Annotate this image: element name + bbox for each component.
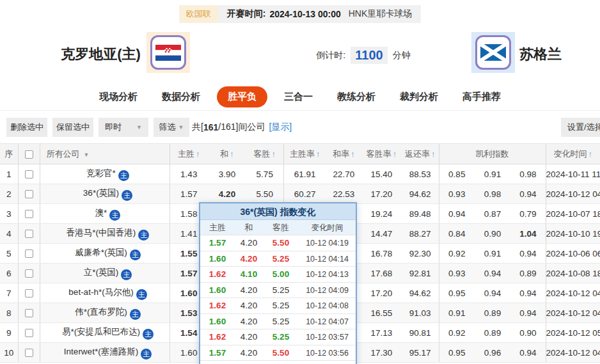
sort-up-icon[interactable]: ↑ (351, 149, 355, 159)
chevron-down-icon[interactable]: ▼ (84, 152, 90, 158)
kelly-cell: 0.79 (510, 204, 546, 224)
popup-row: 1.604.205.2510-12 04:09 (200, 283, 356, 299)
odds-draw-cell[interactable]: 3.90 (208, 164, 246, 184)
popup-odds-value: 5.25 (263, 314, 299, 329)
header-draw-rate[interactable]: 和率↑ (326, 144, 361, 164)
header-company[interactable]: 所有公司▼ (40, 144, 170, 164)
kelly-cell: 0.94 (510, 184, 546, 204)
settings-button[interactable]: 设置/选择 (561, 118, 600, 137)
kelly-cell: 0.90 (475, 224, 510, 244)
company-cell[interactable]: 36*(英国)主 (40, 184, 170, 204)
row-seq: 10 (0, 343, 18, 363)
company-cell[interactable]: 立*(英国)主 (40, 264, 170, 283)
row-select (18, 264, 40, 283)
header-payout-rate[interactable]: 返还率↑ (402, 144, 439, 164)
row-select (18, 164, 40, 184)
company-cell[interactable]: 易*(安提瓜和巴布达)主 (40, 323, 170, 343)
sort-up-icon[interactable]: ↑ (272, 149, 276, 159)
delete-selected-button[interactable]: 删除选中 (6, 118, 47, 137)
company-cell[interactable]: Interwet*(塞浦路斯)主 (40, 343, 170, 363)
row-checkbox[interactable] (25, 230, 33, 238)
popup-odds-value: 1.57 (200, 235, 235, 251)
header-change-time[interactable]: 变化时间↑ (546, 144, 600, 164)
kelly-cell: 0.94 (439, 204, 475, 224)
tab-3[interactable]: 三合一 (276, 86, 320, 107)
header-home-rate[interactable]: 主胜率↑ (283, 144, 326, 164)
header-home-odds[interactable]: 主胜↑ (170, 144, 208, 164)
header-away-rate[interactable]: 客胜率↑ (361, 144, 402, 164)
row-checkbox[interactable] (25, 210, 33, 218)
show-link[interactable]: [显示] (269, 122, 292, 133)
company-cell[interactable]: bet-at-h*(马尔他)主 (40, 283, 170, 303)
row-checkbox[interactable] (25, 289, 33, 297)
company-cell[interactable]: 伟*(直布罗陀)主 (40, 303, 170, 323)
row-seq: 3 (0, 204, 18, 224)
sort-up-icon[interactable]: ↑ (393, 149, 397, 159)
sort-up-icon[interactable]: ↑ (588, 149, 593, 159)
change-time-cell: 2024-10-10 19:33 (546, 224, 600, 244)
odds-home-cell[interactable]: 1.57 (170, 184, 208, 204)
filter-dropdown[interactable]: 筛选▼ (154, 118, 189, 137)
company-name: 香港马*(中国香港) (67, 228, 136, 237)
change-time-cell: 2024-10-12 04:19 (546, 303, 600, 323)
company-name: bet-at-h*(马尔他) (68, 287, 133, 297)
row-checkbox[interactable] (25, 349, 33, 357)
row-select (18, 283, 40, 303)
host-indicator-icon: 主 (136, 289, 147, 300)
popup-odds-value: 4.20 (235, 345, 263, 361)
tab-4[interactable]: 教练分析 (329, 86, 383, 107)
analysis-tabs: 现场分析数据分析胜平负三合一教练分析裁判分析高手推荐 (0, 84, 600, 111)
company-name: 36*(英国) (83, 188, 119, 198)
sort-up-icon[interactable]: ↑ (316, 149, 320, 159)
header-draw-odds[interactable]: 和↑ (208, 144, 246, 164)
odds-draw-cell[interactable]: 4.20 (208, 184, 246, 204)
keep-selected-button[interactable]: 保留选中 (52, 118, 93, 137)
odds-away-cell[interactable]: 5.75 (246, 164, 283, 184)
change-time-cell: 2024-10-08 18:46 (546, 264, 600, 283)
sort-up-icon[interactable]: ↑ (431, 149, 436, 159)
realtime-dropdown[interactable]: 即时▼ (99, 118, 148, 137)
sort-up-icon[interactable]: ↑ (230, 149, 234, 159)
popup-odds-value: 1.62 (200, 329, 235, 345)
header-away-odds[interactable]: 客胜↑ (246, 144, 283, 164)
tab-5[interactable]: 裁判分析 (392, 86, 446, 107)
host-indicator-icon: 主 (130, 249, 141, 260)
popup-change-time: 10-12 04:13 (299, 267, 356, 282)
row-checkbox[interactable] (25, 170, 33, 178)
popup-header-row: 主胜 和 客胜 变化时间 (200, 220, 356, 235)
company-cell[interactable]: 威廉希*(英国)主 (40, 244, 170, 264)
row-select (18, 184, 40, 204)
table-row: 1竞彩官*主1.433.905.7561.9122.7015.4088.530.… (0, 164, 600, 184)
odds-away-cell[interactable]: 5.50 (246, 184, 283, 204)
company-cell[interactable]: 澳*主 (40, 204, 170, 224)
tab-6[interactable]: 高手推荐 (455, 86, 509, 107)
tab-1[interactable]: 数据分析 (154, 86, 208, 107)
away-rate-cell: 17.30 (361, 343, 402, 363)
kelly-cell: 0.92 (439, 244, 475, 264)
company-cell[interactable]: 香港马*(中国香港)主 (40, 224, 170, 244)
tab-0[interactable]: 现场分析 (91, 86, 145, 107)
popup-change-time: 10-12 03:56 (299, 361, 356, 364)
league-badge[interactable]: 欧国联 (179, 5, 218, 23)
row-seq: 2 (0, 184, 18, 204)
row-seq: 8 (0, 303, 18, 323)
tab-2[interactable]: 胜平负 (217, 86, 267, 107)
match-info: 开赛时间: 2024-10-13 00:00 HNK里耶卡球场 (218, 5, 422, 23)
select-all-checkbox[interactable] (25, 150, 33, 159)
row-checkbox[interactable] (25, 269, 33, 278)
company-cell[interactable]: 竞彩官*主 (40, 164, 170, 184)
row-checkbox[interactable] (25, 329, 33, 337)
row-seq: 4 (0, 224, 18, 244)
odds-change-popup: 36*(英国) 指数变化 主胜 和 客胜 变化时间 1.574.205.5010… (199, 202, 357, 364)
popup-odds-value: 5.25 (263, 361, 299, 364)
odds-home-cell[interactable]: 1.43 (170, 164, 208, 184)
row-checkbox[interactable] (25, 309, 33, 317)
row-checkbox[interactable] (25, 190, 33, 198)
away-flag-tile (471, 32, 515, 73)
company-name: 伟*(直布罗陀) (75, 307, 127, 317)
change-time-cell: 2024-10-11 11:01 (546, 164, 600, 184)
host-indicator-icon: 主 (118, 170, 129, 181)
kickoff-label: 开赛时间: (227, 8, 266, 20)
sort-up-icon[interactable]: ↑ (196, 149, 200, 159)
row-checkbox[interactable] (25, 249, 33, 258)
